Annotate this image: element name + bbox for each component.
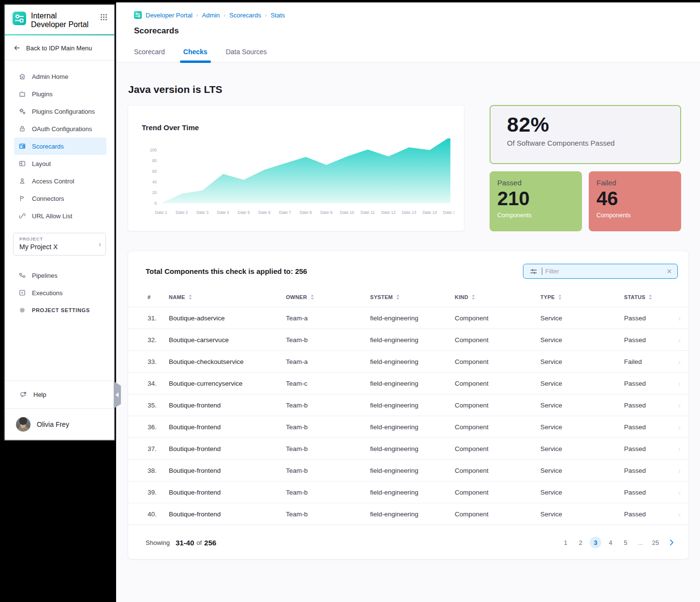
- page-buttons: 12345...25: [560, 537, 661, 548]
- table-row[interactable]: 31.Boutique-adserviceTeam-afield-enginee…: [128, 307, 688, 329]
- help-label: Help: [33, 391, 46, 398]
- nav-label: Access Control: [32, 178, 74, 185]
- table-row[interactable]: 35.Boutique-frontendTeam-bfield-engineer…: [128, 394, 688, 416]
- sidebar-item-project-settings[interactable]: PROJECT SETTINGS: [14, 301, 106, 319]
- cell-owner: Team-a: [286, 315, 370, 322]
- next-page-button[interactable]: [667, 538, 676, 547]
- lock-icon: [18, 125, 26, 133]
- cell-system: field-engineering: [370, 467, 455, 474]
- apps-grid-icon[interactable]: [100, 14, 107, 21]
- sidebar-collapse-handle[interactable]: [114, 381, 121, 408]
- table-row[interactable]: 40.Boutique-frontendTeam-bfield-engineer…: [128, 503, 688, 525]
- table-row[interactable]: 38.Boutique-frontendTeam-bfield-engineer…: [128, 459, 688, 481]
- page-25[interactable]: 25: [650, 537, 661, 548]
- col-header-owner[interactable]: OWNER: [286, 294, 370, 300]
- sidebar-item-connectors[interactable]: Connectors: [14, 190, 106, 207]
- sidebar-item-layout[interactable]: Layout: [14, 155, 106, 172]
- cell-num: 38.: [148, 467, 169, 474]
- back-to-main-menu[interactable]: Back to IDP Main Menu: [5, 35, 114, 60]
- cell-system: field-engineering: [370, 336, 455, 344]
- cell-name: Boutique-carservuce: [169, 336, 286, 344]
- table-row[interactable]: 37.Boutique-frontendTeam-bfield-engineer…: [128, 437, 688, 459]
- row-chevron-icon: ›: [678, 445, 681, 453]
- col-header-kind[interactable]: KIND: [455, 294, 540, 300]
- cell-system: field-engineering: [370, 445, 455, 452]
- x-tick-label: Date 6: [258, 210, 270, 215]
- cell-name: Boutique-checkoutservice: [169, 358, 286, 365]
- sidebar-item-plugins[interactable]: Plugins: [14, 85, 106, 103]
- app-title: Internal Developer Portal: [31, 12, 89, 29]
- page-5[interactable]: 5: [620, 537, 631, 548]
- cell-owner: Team-b: [286, 423, 370, 431]
- table-row[interactable]: 34.Boutique-currencyserviceTeam-cfield-e…: [128, 372, 688, 394]
- breadcrumb-scorecards[interactable]: Scorecards: [229, 12, 261, 19]
- cell-num: 37.: [148, 445, 169, 452]
- cell-num: 34.: [148, 380, 169, 387]
- cell-name: Boutique-adservice: [169, 315, 286, 322]
- page-2[interactable]: 2: [575, 537, 586, 548]
- cell-system: field-engineering: [370, 380, 455, 387]
- tab-checks[interactable]: Checks: [183, 48, 208, 62]
- col-header-type[interactable]: TYPE: [540, 294, 624, 300]
- table-row[interactable]: 36.Boutique-frontendTeam-bfield-engineer…: [128, 416, 688, 437]
- app-title-line2: Developer Portal: [31, 20, 89, 29]
- page-1[interactable]: 1: [560, 537, 571, 548]
- nav-label: OAuth Configurations: [32, 125, 92, 133]
- x-tick-label: Date 8: [299, 210, 312, 215]
- filter-sliders-icon: [529, 267, 538, 276]
- help-button[interactable]: Help: [5, 380, 114, 408]
- chart-title: Trend Over Time: [142, 123, 464, 132]
- project-selector[interactable]: PROJECT My Project X ›: [13, 233, 106, 256]
- back-arrow-icon: [13, 44, 21, 52]
- filter-input[interactable]: [544, 267, 660, 275]
- user-name: Olivia Frey: [37, 421, 69, 428]
- cell-type: Service: [540, 358, 624, 365]
- y-tick-label: 60: [152, 169, 157, 174]
- components-table-card: Total Components this check is applied t…: [128, 251, 689, 559]
- clear-filter-icon[interactable]: [666, 268, 672, 274]
- page-3[interactable]: 3: [590, 537, 601, 548]
- page-4[interactable]: 4: [605, 537, 616, 548]
- sort-icon: [558, 294, 562, 300]
- cell-kind: Component: [455, 423, 540, 431]
- x-tick-label: Date 2: [176, 210, 188, 215]
- x-tick-label: Date 10: [340, 210, 355, 215]
- idp-logo-icon: [13, 12, 26, 25]
- col-header-name[interactable]: NAME: [169, 294, 286, 300]
- sidebar-item-plugins-configurations[interactable]: Plugins Configurations: [14, 103, 106, 120]
- sidebar-item-url-allow-list[interactable]: URL Allow List: [14, 207, 106, 225]
- sidebar-item-access-control[interactable]: Access Control: [14, 172, 106, 190]
- y-tick-label: 0: [154, 201, 157, 206]
- help-chat-icon: [19, 391, 28, 399]
- nav-label: Admin Home: [32, 73, 68, 80]
- plugins-icon: [18, 90, 26, 98]
- sidebar-item-executions[interactable]: Executions: [14, 284, 106, 301]
- sidebar-item-scorecards[interactable]: Scorecards: [14, 137, 106, 155]
- breadcrumb-admin[interactable]: Admin: [202, 12, 220, 19]
- user-menu[interactable]: Olivia Frey: [5, 408, 114, 440]
- col-header-status[interactable]: STATUS: [624, 294, 669, 300]
- table-row[interactable]: 33.Boutique-checkoutserviceTeam-afield-e…: [128, 350, 688, 372]
- cell-name: Boutique-frontend: [169, 423, 286, 431]
- nav-label: Pipelines: [32, 272, 58, 279]
- scorecards-icon: [18, 142, 26, 150]
- cell-kind: Component: [455, 489, 540, 496]
- col-header-system[interactable]: SYSTEM: [370, 294, 455, 300]
- breadcrumb-developer-portal[interactable]: Developer Portal: [146, 12, 193, 19]
- cell-status: Passed: [624, 315, 669, 322]
- sidebar-item-oauth-configurations[interactable]: OAuth Configurations: [14, 120, 106, 137]
- cell-status: Passed: [624, 380, 669, 387]
- nav-label: Scorecards: [32, 143, 64, 150]
- table-row[interactable]: 32.Boutique-carservuceTeam-bfield-engine…: [128, 329, 688, 350]
- tab-data-sources[interactable]: Data Sources: [226, 48, 267, 62]
- table-row[interactable]: 39.Boutique-frontendTeam-bfield-engineer…: [128, 481, 688, 503]
- sidebar-item-admin-home[interactable]: Admin Home: [14, 68, 106, 85]
- failed-value: 46: [596, 188, 673, 209]
- y-tick-label: 80: [152, 158, 157, 163]
- tab-scorecard[interactable]: Scorecard: [134, 48, 165, 62]
- x-tick-label: Date 9: [320, 210, 332, 215]
- breadcrumb-stats[interactable]: Stats: [270, 12, 285, 19]
- row-chevron-icon: ›: [678, 423, 681, 431]
- sidebar-item-pipelines[interactable]: Pipelines: [14, 267, 106, 284]
- nav-label: Executions: [32, 289, 63, 297]
